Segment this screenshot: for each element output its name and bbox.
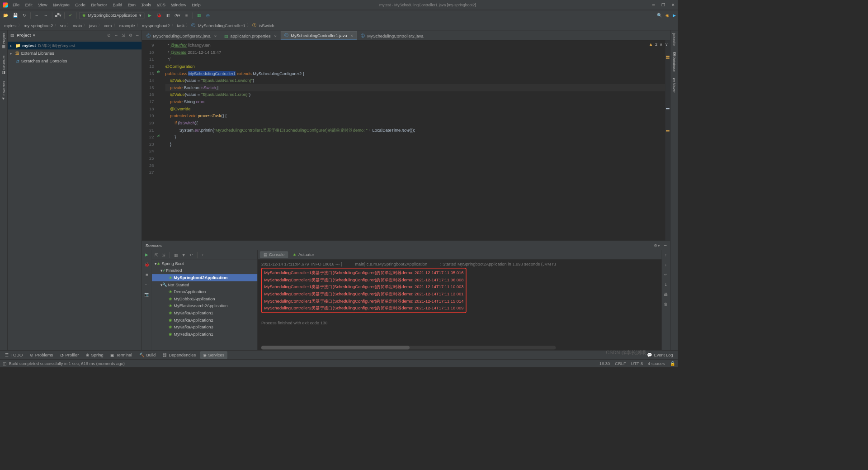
tab-console[interactable]: ▤Console (260, 251, 288, 258)
next-highlight-button[interactable]: ∨ (665, 42, 668, 47)
gear-icon[interactable]: ⚙▾ (654, 243, 660, 248)
run-config-select[interactable]: ❀ MySpringboot2Application ▾ (79, 12, 145, 19)
stop-button[interactable]: ■ (146, 272, 148, 277)
collapse-all-button[interactable]: ⇲ (122, 33, 125, 38)
forward-button[interactable]: → (42, 12, 50, 19)
hide-panel-button[interactable]: ━ (136, 33, 138, 38)
breadcrumb-item[interactable]: main (71, 23, 84, 28)
breadcrumb-item[interactable]: src (59, 23, 67, 28)
code-area[interactable]: * @author lichangyuan * @create 2021-12-… (162, 40, 665, 241)
open-file-button[interactable]: 📂 (2, 12, 10, 19)
stop-button[interactable]: ■ (183, 12, 190, 19)
search-everywhere-button[interactable]: 🔍 (657, 13, 662, 18)
console-output[interactable]: 2021-12-14 17:11:04.679 INFO 10016 --- [… (258, 259, 661, 350)
scroll-end-button[interactable]: ⤓ (664, 282, 668, 287)
close-tab-button[interactable]: × (351, 33, 353, 38)
tool-profiler[interactable]: ◔Profiler (57, 351, 82, 359)
profile-button[interactable]: ◔▾ (174, 12, 181, 19)
breadcrumb-item[interactable]: mytest (3, 23, 18, 28)
close-tab-button[interactable]: × (274, 33, 276, 38)
tree-selected-app[interactable]: ❀MySpringboot2Application (152, 274, 258, 281)
vcs-checkmark-button[interactable]: ✔ (67, 12, 75, 19)
breadcrumb-item[interactable]: myspringboot2 (141, 23, 171, 28)
tree-app[interactable]: ❀MyKafkaApplication3 (152, 323, 258, 331)
down-button[interactable]: ↓ (665, 262, 667, 267)
breadcrumb-item[interactable]: task (175, 23, 186, 28)
hide-panel-button[interactable]: ━ (664, 243, 666, 248)
prev-highlight-button[interactable]: ∧ (660, 42, 663, 47)
debug-button[interactable]: 🐞 (155, 12, 163, 19)
external-libraries[interactable]: ▸🏛 External Libraries (8, 49, 142, 57)
tree-spring-boot[interactable]: ▾ ❀Spring Boot (152, 260, 258, 267)
clear-button[interactable]: 🗑 (664, 302, 668, 307)
add-button[interactable]: + (202, 252, 204, 257)
tool-spring[interactable]: ❀Spring (83, 351, 106, 359)
soft-wrap-button[interactable]: ↩ (664, 272, 668, 277)
readonly-icon[interactable]: 🔓 (670, 361, 675, 366)
back-button[interactable]: ← (33, 12, 41, 19)
tree-app[interactable]: ❀MyKafkaApplication1 (152, 309, 258, 317)
menu-help[interactable]: Help (190, 1, 203, 9)
debug-button[interactable]: 🐞 (144, 262, 150, 267)
chevron-down-icon[interactable]: ▾ (33, 33, 35, 38)
maximize-button[interactable]: ❐ (661, 2, 665, 7)
editor-tab[interactable]: ⒸMySchedulingController2.java (357, 31, 428, 40)
menu-view[interactable]: View (36, 1, 50, 9)
save-all-button[interactable]: 💾 (11, 12, 19, 19)
tree-app[interactable]: ❀MyElasticsearch2Application (152, 303, 258, 310)
tree-app[interactable]: ❀MyDobbo1Application (152, 295, 258, 303)
expand-all-button[interactable]: ↔ (114, 33, 118, 38)
grid-button[interactable]: ▦ (174, 252, 178, 257)
event-log-button[interactable]: 💬Event Log (644, 351, 676, 359)
line-separator[interactable]: CRLF (615, 361, 626, 366)
scratches[interactable]: 🗂 Scratches and Consoles (8, 57, 142, 65)
inspection-widget[interactable]: ▲ 2 ∧ ∨ (649, 42, 668, 47)
menu-edit[interactable]: Edit (23, 1, 35, 9)
print-button[interactable]: 🖶 (664, 292, 668, 297)
console-scrollbar[interactable] (261, 346, 556, 350)
scrollbar-thumb[interactable] (261, 346, 410, 350)
tool-todo[interactable]: ☰TODO (2, 351, 26, 359)
menu-run[interactable]: Run (126, 1, 138, 9)
tool-terminal[interactable]: ▣Terminal (108, 351, 135, 359)
close-tab-button[interactable]: × (214, 33, 217, 38)
gear-icon[interactable]: ⚙ (129, 33, 133, 38)
breadcrumb-field[interactable]: isSwitch (257, 23, 276, 28)
tree-app[interactable]: ❀DemoApplication (152, 288, 258, 295)
database-stripe-button[interactable]: 🗄 Database (672, 52, 676, 71)
breadcrumb-item[interactable]: com (103, 23, 113, 28)
coverage-button[interactable]: ◧ (164, 12, 172, 19)
breadcrumb-item[interactable]: java (88, 23, 98, 28)
minimize-button[interactable]: ━ (652, 2, 655, 7)
close-button[interactable]: ✕ (671, 2, 675, 7)
menu-navigate[interactable]: Navigate (51, 1, 71, 9)
collapse-button[interactable]: ⇲ (162, 252, 165, 257)
scrollbar-marks[interactable] (665, 40, 670, 241)
menu-code[interactable]: Code (73, 1, 88, 9)
editor-tab[interactable]: ⒸMySchedulingConfigurer2.java× (143, 31, 221, 40)
ide-features-button[interactable]: ▶ (673, 13, 676, 18)
tree-not-started[interactable]: ▾ 🔧 Not Started (152, 281, 258, 289)
jclasslib-stripe-button[interactable]: jclasslib (672, 33, 676, 45)
maven-stripe-button[interactable]: m Maven (672, 78, 677, 93)
filter-button[interactable]: ▼ (181, 252, 185, 257)
more-actions-button[interactable]: ⋯ (145, 282, 149, 287)
tab-actuator[interactable]: ❀Actuator (289, 251, 317, 258)
breadcrumb-item[interactable]: my-springboot2 (22, 23, 54, 28)
run-button[interactable]: ▶ (145, 252, 148, 257)
structure-stripe-button[interactable]: ◧ Structure (2, 56, 6, 75)
menu-build[interactable]: Build (111, 1, 124, 9)
user-badge[interactable]: ◉ (665, 13, 669, 18)
menu-file[interactable]: File (10, 1, 21, 9)
expand-button[interactable]: ⇱ (155, 252, 158, 257)
editor-tab[interactable]: ▤application.properties× (221, 31, 281, 40)
menu-refactor[interactable]: Refactor (89, 1, 109, 9)
tree-app[interactable]: ❀MyKafkaApplication2 (152, 317, 258, 324)
tree-root[interactable]: ▸📁 mytest D:\学习\码云\mytest (8, 42, 142, 49)
tree-app[interactable]: ❀MyRedisApplication1 (152, 331, 258, 338)
select-opened-button[interactable]: ⊙ (107, 33, 111, 38)
tree-finished[interactable]: ▾ ✔ Finished (152, 267, 258, 274)
editor-tab[interactable]: ⒸMySchedulingController1.java× (281, 31, 357, 40)
up-button[interactable]: ↑ (665, 252, 667, 257)
caret-position[interactable]: 16:30 (599, 361, 610, 366)
